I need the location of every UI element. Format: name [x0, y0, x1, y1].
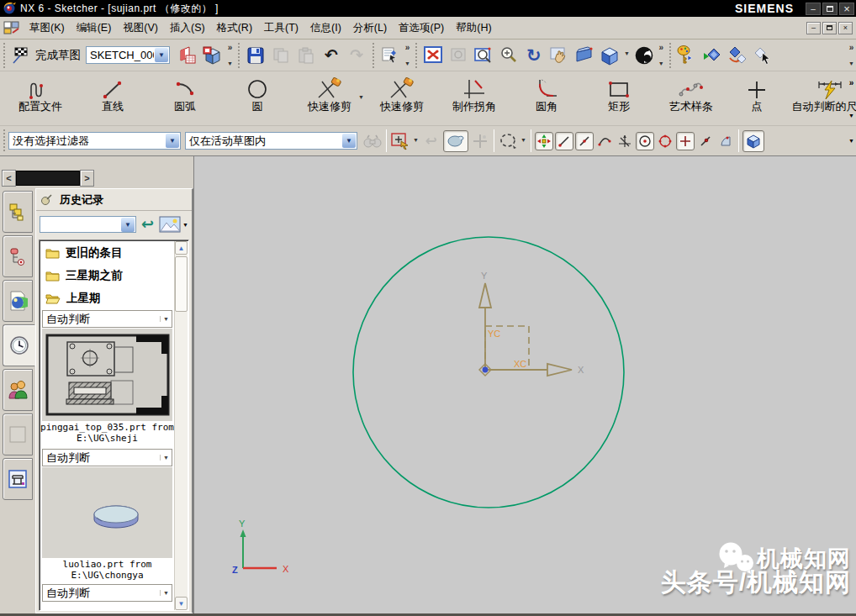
doc-restore-button[interactable]	[822, 22, 837, 34]
doc-minimize-button[interactable]: –	[806, 22, 821, 34]
selection-wand-icon[interactable]	[469, 130, 491, 152]
tab-roles[interactable]	[3, 369, 33, 411]
finish-sketch-button[interactable]: 完成草图	[35, 48, 81, 63]
collapse-panel-button[interactable]: <	[2, 170, 16, 187]
toolbar-grip[interactable]	[237, 42, 241, 68]
enable-snap-point-icon[interactable]	[535, 132, 553, 150]
zoom-to-selection-icon[interactable]	[446, 43, 471, 68]
snap-existing-point-icon[interactable]	[676, 132, 695, 150]
close-button[interactable]: ×	[839, 3, 854, 15]
paste-icon[interactable]	[293, 43, 319, 68]
toolbar-overflow[interactable]: »▼	[403, 43, 412, 68]
snap-intersection-icon[interactable]	[616, 132, 634, 150]
menu-information[interactable]: 信息(I)	[304, 18, 347, 38]
information-window-icon[interactable]	[378, 43, 403, 68]
snap-midpoint-icon[interactable]	[575, 132, 594, 150]
dropdown-icon[interactable]: ▼	[358, 94, 364, 100]
menu-format[interactable]: 格式(R)	[211, 18, 258, 38]
tool-quick-trim-2[interactable]: 快速修剪	[366, 74, 438, 123]
history-folder-older[interactable]: 更旧的条目	[40, 241, 174, 264]
find-binoculars-icon[interactable]	[362, 130, 383, 152]
copy-icon[interactable]	[268, 43, 293, 68]
dropdown-icon[interactable]: ▼	[411, 136, 420, 146]
tool-studio-spline[interactable]: 艺术样条	[655, 74, 727, 123]
tool-profile[interactable]: 配置文件	[4, 74, 77, 123]
preview-image-icon[interactable]	[159, 216, 181, 233]
minimize-button[interactable]: –	[806, 3, 821, 15]
highlight-selection-icon[interactable]	[443, 130, 468, 152]
combo-dropdown-icon[interactable]: ▼	[121, 218, 135, 232]
view-style-dropdown[interactable]: ▼	[622, 50, 631, 61]
menu-edit[interactable]: 编辑(E)	[71, 18, 118, 38]
selection-filter-combo[interactable]: 没有选择过滤器 ▼	[8, 132, 181, 150]
expand-panel-button[interactable]: >	[80, 170, 94, 187]
scroll-thumb[interactable]	[175, 256, 188, 312]
rotate-view-icon[interactable]: ↻	[521, 43, 547, 68]
panel-drag-bar[interactable]	[16, 171, 80, 186]
history-item-filter-dropdown[interactable]: 自动判断 ▼	[42, 310, 172, 328]
snap-point-on-face-icon[interactable]	[716, 132, 735, 150]
history-item-filter-dropdown[interactable]: 自动判断 ▼	[42, 584, 172, 602]
pan-view-icon[interactable]	[547, 43, 572, 68]
tool-line[interactable]: 直线	[77, 74, 149, 123]
work-section-cube-icon[interactable]	[742, 130, 764, 152]
history-folder-three-weeks[interactable]: 三星期之前	[40, 264, 174, 287]
history-pin-icon[interactable]	[40, 193, 53, 207]
role-key-icon[interactable]	[674, 43, 700, 68]
restore-selection-icon[interactable]: ↩	[420, 130, 442, 152]
tool-quick-trim[interactable]: 快速修剪 ▼	[293, 74, 366, 123]
history-thumbnail-pinggai[interactable]	[42, 329, 172, 421]
scroll-down-button[interactable]: ▼	[175, 597, 188, 610]
tab-assembly-navigator[interactable]	[3, 191, 33, 233]
restore-button[interactable]	[822, 3, 838, 15]
hide-object-icon[interactable]	[725, 43, 750, 68]
dropdown-icon[interactable]: ▼	[182, 222, 188, 228]
zoom-box-icon[interactable]	[471, 43, 496, 68]
fit-view-icon[interactable]	[420, 43, 446, 68]
doc-close-button[interactable]: ×	[838, 22, 853, 34]
tool-make-corner[interactable]: 制作拐角	[438, 74, 510, 123]
combo-dropdown-icon[interactable]: ▼	[155, 48, 168, 62]
history-search-combo[interactable]: ▼	[40, 216, 136, 233]
reattach-sketch-icon[interactable]	[175, 43, 200, 68]
dropdown-icon[interactable]: ▼	[519, 136, 528, 146]
selection-scope-combo[interactable]: 仅在活动草图内 ▼	[185, 132, 357, 150]
zoom-in-out-icon[interactable]	[496, 43, 521, 68]
save-icon[interactable]	[243, 43, 268, 68]
dropdown-icon[interactable]: ▼	[160, 455, 172, 461]
orient-view-to-sketch-icon[interactable]	[200, 43, 225, 68]
perspective-icon[interactable]	[572, 43, 597, 68]
tool-fillet[interactable]: 圆角	[510, 74, 583, 123]
snap-point-on-curve-icon[interactable]	[696, 132, 715, 150]
menu-insert[interactable]: 插入(S)	[164, 18, 211, 38]
history-thumbnail-luoliao[interactable]	[42, 467, 172, 558]
history-folder-last-week[interactable]: 上星期	[40, 287, 174, 309]
tab-blank[interactable]	[3, 413, 33, 455]
show-object-icon[interactable]	[700, 43, 725, 68]
shaded-view-cube-icon[interactable]	[597, 43, 622, 68]
combo-dropdown-icon[interactable]: ▼	[342, 134, 356, 148]
tab-part-navigator[interactable]	[3, 280, 33, 322]
snap-control-point-icon[interactable]	[595, 132, 614, 150]
toolbar-overflow[interactable]: »▼	[225, 43, 235, 68]
menu-help[interactable]: 帮助(H)	[450, 18, 497, 38]
tool-inferred-dimension[interactable]: 自动判断的尺寸 ▼	[786, 74, 856, 123]
toolbar-overflow[interactable]: »▼	[847, 43, 856, 68]
tab-reuse-library[interactable]	[3, 458, 33, 500]
show-hide-cursor-icon[interactable]	[750, 43, 775, 68]
tool-arc[interactable]: 圆弧	[149, 74, 221, 123]
toolbar-overflow[interactable]: » ▼	[848, 78, 854, 118]
toolbar-grip[interactable]	[415, 42, 419, 68]
menu-preferences[interactable]: 首选项(P)	[393, 18, 450, 38]
toolbar-grip[interactable]	[3, 129, 7, 153]
snap-quadrant-icon[interactable]	[656, 132, 674, 150]
tab-constraint-navigator[interactable]	[3, 235, 33, 277]
sketch-name-combo[interactable]: SKETCH_000 ▼	[86, 46, 170, 64]
snap-arc-center-icon[interactable]	[636, 132, 654, 150]
dropdown-icon[interactable]: ▼	[160, 316, 172, 322]
combo-dropdown-icon[interactable]: ▼	[166, 134, 179, 148]
menu-tools[interactable]: 工具(T)	[258, 18, 304, 38]
toolbar-grip[interactable]	[3, 42, 7, 68]
snap-endpoint-icon[interactable]	[555, 132, 573, 150]
graphics-window[interactable]: Y X YC XC Y X Z	[193, 156, 856, 613]
